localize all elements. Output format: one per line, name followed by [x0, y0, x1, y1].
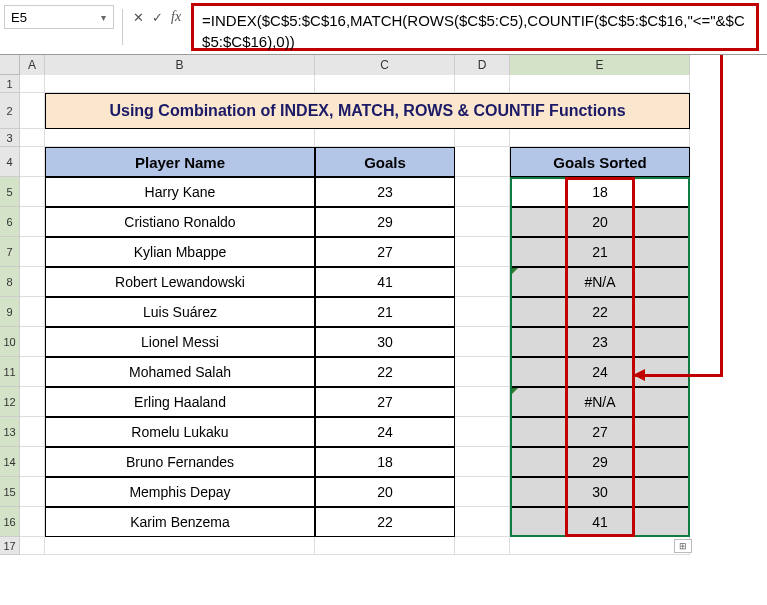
cell-B3[interactable]	[45, 129, 315, 147]
row-header-2[interactable]: 2	[0, 93, 20, 129]
player-name-cell[interactable]: Kylian Mbappe	[45, 237, 315, 267]
row-header-9[interactable]: 9	[0, 297, 20, 327]
sorted-goals-cell[interactable]: 24	[510, 357, 690, 387]
row-header-1[interactable]: 1	[0, 75, 20, 93]
player-goals-cell[interactable]: 27	[315, 237, 455, 267]
row-header-15[interactable]: 15	[0, 477, 20, 507]
cell-A16[interactable]	[20, 507, 45, 537]
name-box-wrap[interactable]: ▾	[4, 5, 114, 29]
col-header-D[interactable]: D	[455, 55, 510, 75]
player-name-cell[interactable]: Romelu Lukaku	[45, 417, 315, 447]
header-goals-sorted[interactable]: Goals Sorted	[510, 147, 690, 177]
cell-E1[interactable]	[510, 75, 690, 93]
row-header-8[interactable]: 8	[0, 267, 20, 297]
col-header-E[interactable]: E	[510, 55, 690, 75]
cell-D3[interactable]	[455, 129, 510, 147]
cell-D13[interactable]	[455, 417, 510, 447]
row-header-4[interactable]: 4	[0, 147, 20, 177]
cell-D11[interactable]	[455, 357, 510, 387]
player-goals-cell[interactable]: 30	[315, 327, 455, 357]
col-header-C[interactable]: C	[315, 55, 455, 75]
player-name-cell[interactable]: Erling Haaland	[45, 387, 315, 417]
sorted-goals-cell[interactable]: 22	[510, 297, 690, 327]
row-header-14[interactable]: 14	[0, 447, 20, 477]
sorted-goals-cell[interactable]: 20	[510, 207, 690, 237]
player-name-cell[interactable]: Karim Benzema	[45, 507, 315, 537]
player-goals-cell[interactable]: 22	[315, 507, 455, 537]
sorted-goals-cell[interactable]: 18	[510, 177, 690, 207]
sorted-goals-cell[interactable]: 41	[510, 507, 690, 537]
name-box-dropdown-icon[interactable]: ▾	[71, 12, 106, 23]
sorted-goals-cell[interactable]: 27	[510, 417, 690, 447]
cell-C1[interactable]	[315, 75, 455, 93]
player-goals-cell[interactable]: 21	[315, 297, 455, 327]
cell-B17[interactable]	[45, 537, 315, 555]
cell-A10[interactable]	[20, 327, 45, 357]
player-name-cell[interactable]: Luis Suárez	[45, 297, 315, 327]
player-goals-cell[interactable]: 27	[315, 387, 455, 417]
header-player-name[interactable]: Player Name	[45, 147, 315, 177]
formula-bar-input[interactable]: =INDEX($C$5:$C$16,MATCH(ROWS($C$5:C5),CO…	[191, 3, 759, 51]
row-header-10[interactable]: 10	[0, 327, 20, 357]
cell-A1[interactable]	[20, 75, 45, 93]
sorted-goals-cell[interactable]: #N/A	[510, 387, 690, 417]
cancel-icon[interactable]: ✕	[133, 10, 144, 25]
player-goals-cell[interactable]: 20	[315, 477, 455, 507]
col-header-A[interactable]: A	[20, 55, 45, 75]
cell-D15[interactable]	[455, 477, 510, 507]
select-all-corner[interactable]	[0, 55, 20, 75]
cell-D9[interactable]	[455, 297, 510, 327]
title-cell[interactable]: Using Combination of INDEX, MATCH, ROWS …	[45, 93, 690, 129]
row-header-13[interactable]: 13	[0, 417, 20, 447]
row-header-12[interactable]: 12	[0, 387, 20, 417]
cell-D8[interactable]	[455, 267, 510, 297]
cell-B1[interactable]	[45, 75, 315, 93]
error-indicator-icon[interactable]	[511, 268, 518, 275]
player-goals-cell[interactable]: 29	[315, 207, 455, 237]
cell-A4[interactable]	[20, 147, 45, 177]
player-name-cell[interactable]: Harry Kane	[45, 177, 315, 207]
cell-A12[interactable]	[20, 387, 45, 417]
cell-C3[interactable]	[315, 129, 455, 147]
sorted-goals-cell[interactable]: 21	[510, 237, 690, 267]
player-goals-cell[interactable]: 22	[315, 357, 455, 387]
cell-A6[interactable]	[20, 207, 45, 237]
row-header-17[interactable]: 17	[0, 537, 20, 555]
sorted-goals-cell[interactable]: 29	[510, 447, 690, 477]
fx-icon[interactable]: fx	[171, 9, 181, 25]
player-goals-cell[interactable]: 23	[315, 177, 455, 207]
cell-A17[interactable]	[20, 537, 45, 555]
cell-D1[interactable]	[455, 75, 510, 93]
cell-D7[interactable]	[455, 237, 510, 267]
sorted-goals-cell[interactable]: 30	[510, 477, 690, 507]
cell-D17[interactable]	[455, 537, 510, 555]
cell-D4[interactable]	[455, 147, 510, 177]
name-box-input[interactable]	[11, 10, 71, 25]
col-header-B[interactable]: B	[45, 55, 315, 75]
player-goals-cell[interactable]: 41	[315, 267, 455, 297]
cell-E3[interactable]	[510, 129, 690, 147]
confirm-icon[interactable]: ✓	[152, 10, 163, 25]
player-goals-cell[interactable]: 18	[315, 447, 455, 477]
cell-D12[interactable]	[455, 387, 510, 417]
player-name-cell[interactable]: Lionel Messi	[45, 327, 315, 357]
cell-A11[interactable]	[20, 357, 45, 387]
header-goals[interactable]: Goals	[315, 147, 455, 177]
sorted-goals-cell[interactable]: #N/A	[510, 267, 690, 297]
player-name-cell[interactable]: Robert Lewandowski	[45, 267, 315, 297]
cell-E17[interactable]	[510, 537, 690, 555]
player-name-cell[interactable]: Bruno Fernandes	[45, 447, 315, 477]
row-header-5[interactable]: 5	[0, 177, 20, 207]
cell-A9[interactable]	[20, 297, 45, 327]
cell-A13[interactable]	[20, 417, 45, 447]
cell-D14[interactable]	[455, 447, 510, 477]
player-goals-cell[interactable]: 24	[315, 417, 455, 447]
cell-C17[interactable]	[315, 537, 455, 555]
cell-D5[interactable]	[455, 177, 510, 207]
row-header-7[interactable]: 7	[0, 237, 20, 267]
error-indicator-icon[interactable]	[511, 388, 518, 395]
cell-D6[interactable]	[455, 207, 510, 237]
cell-A3[interactable]	[20, 129, 45, 147]
row-header-16[interactable]: 16	[0, 507, 20, 537]
player-name-cell[interactable]: Cristiano Ronaldo	[45, 207, 315, 237]
